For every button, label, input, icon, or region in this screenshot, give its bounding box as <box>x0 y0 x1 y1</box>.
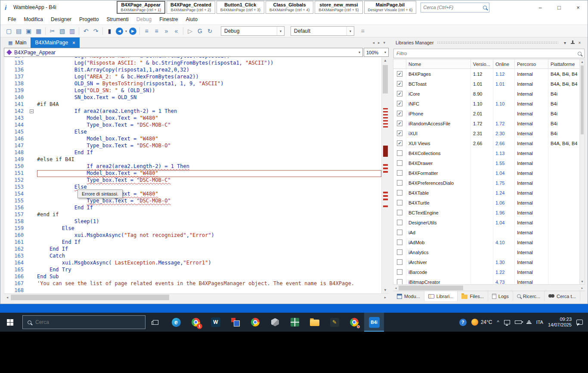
language-indicator[interactable]: ITA <box>536 320 543 325</box>
bookmark-icon[interactable]: ▮ <box>105 26 115 36</box>
menu-finestre[interactable]: Finestre <box>155 15 182 24</box>
library-checkbox[interactable]: ✓ <box>397 140 402 146</box>
library-checkbox[interactable] <box>397 200 402 205</box>
rebuild-icon[interactable]: ↻ <box>205 26 215 36</box>
scroll-down-icon[interactable]: ▼ <box>580 279 585 284</box>
code-line-136[interactable]: 136 Bit.ArrayCopy(risposta1,1,area2,0,32… <box>4 67 381 74</box>
library-row-iad[interactable]: iAdInternal <box>393 227 585 237</box>
edge-icon[interactable]: e <box>166 313 186 332</box>
new-file-icon[interactable]: ▢ <box>4 26 14 36</box>
splitter[interactable] <box>389 37 393 304</box>
close-panel-icon[interactable]: × <box>576 39 583 47</box>
scrollbar-thumb[interactable] <box>11 295 169 300</box>
code-line-163[interactable]: 163 Catch <box>4 253 381 260</box>
library-row-iphone[interactable]: ✓iPhone2.01InternalB4i <box>393 109 585 118</box>
zoom-combo[interactable]: 100% ▾ <box>364 48 389 57</box>
cl0ck[interactable]: 09:23 14/07/2025 <box>548 317 572 328</box>
library-checkbox[interactable] <box>397 269 402 275</box>
run-icon[interactable]: ▷ <box>185 26 195 36</box>
column-header-online[interactable]: Online <box>493 59 515 68</box>
filter-box[interactable] <box>393 49 585 58</box>
generate-members-icon[interactable]: G <box>195 26 205 36</box>
close-button[interactable]: × <box>569 0 588 14</box>
panel-menu-icon[interactable]: ▾ <box>561 39 569 47</box>
notes-app-icon[interactable]: ✎ <box>325 313 344 332</box>
scroll-left-icon[interactable]: ◂ <box>4 295 11 299</box>
column-header-name[interactable]: Nome <box>406 59 471 68</box>
shortcut-tab-5[interactable]: store_new_mmsiB4XMainPage (ctrl + 5) <box>315 1 362 14</box>
battery-icon[interactable] <box>515 320 522 324</box>
code-line-151[interactable]: 151 Model_box.Text = "W480" <box>4 170 381 177</box>
outdent-icon[interactable]: « <box>171 26 181 36</box>
column-header-ver[interactable]: Versio... <box>471 59 493 68</box>
library-checkbox[interactable] <box>397 249 402 255</box>
menu-modifica[interactable]: Modifica <box>20 15 47 24</box>
code-editor[interactable]: 134 Log("Risposta HEX: " & bc.HexFromByt… <box>4 57 389 293</box>
tab-list-icon[interactable]: ▾ <box>383 40 385 45</box>
doc-tab-b4xmainpage[interactable]: B4XMainPage× <box>31 37 79 48</box>
library-row-icore[interactable]: ✓iCore8.90InternalB4i <box>393 89 585 99</box>
filter-input[interactable] <box>396 51 578 56</box>
library-row-b4xformatter[interactable]: B4XFormatter1.04Internal <box>393 168 585 178</box>
chrome-secondary-icon[interactable] <box>245 313 265 332</box>
save-icon[interactable]: ▣ <box>24 26 34 36</box>
code-line-149[interactable]: 149#else if B4I <box>4 156 381 163</box>
editor-vertical-scrollbar[interactable]: ▲ ▼ <box>381 57 389 293</box>
library-row-ibarcode[interactable]: iBarcode1.22Internal <box>393 267 585 277</box>
code-line-144[interactable]: 144 Type_box.Text = "DSC-MOB-C" <box>4 122 381 129</box>
wifi-icon[interactable] <box>526 320 532 324</box>
designer-app-icon[interactable] <box>226 313 245 332</box>
library-checkbox[interactable] <box>397 210 402 215</box>
code-line-137[interactable]: 137 Log("AREA_2: " & bc.HexFromBytes(are… <box>4 74 381 81</box>
dock-tab-ricerc[interactable]: Ricerc... <box>513 291 545 301</box>
library-row-ibitmapcreator[interactable]: iBitmapCreator4.73Internal <box>393 277 585 285</box>
dock-tab-librari[interactable]: Librari... <box>424 291 458 301</box>
code-line-165[interactable]: 165 End Try <box>4 267 381 274</box>
scrollbar-thumb[interactable] <box>581 65 584 134</box>
code-line-142[interactable]: 142− If area2(area2.Length-2) = 1 Then <box>4 108 381 115</box>
b4i-app-icon[interactable]: B4i <box>364 313 384 332</box>
chevron-down-icon[interactable]: ▾ <box>125 29 127 33</box>
help-icon[interactable]: ? <box>459 319 467 326</box>
code-line-161[interactable]: 161 End If <box>4 239 381 246</box>
close-tab-icon[interactable]: × <box>72 40 75 45</box>
library-row-iarchiver[interactable]: iArchiver1.30Internal <box>393 257 585 267</box>
shortcut-tab-2[interactable]: B4XPage_CreatedB4XMainPage (ctrl + 2) <box>167 1 215 14</box>
library-row-b4xpages[interactable]: ✓B4XPages1.121.12InternalB4A, B4i, B4 <box>393 69 585 79</box>
task-view-button[interactable] <box>148 313 163 332</box>
library-checkbox[interactable]: ✓ <box>397 71 402 77</box>
navigate-forward-icon[interactable]: ▶ <box>129 28 136 35</box>
code-line-162[interactable]: 162 End If <box>4 246 381 253</box>
code-line-147[interactable]: 147 Type_box.Text = "DSC-MOB-O" <box>4 143 381 149</box>
menu-file[interactable]: File <box>4 15 20 24</box>
shortcut-tab-1[interactable]: B4XPage_AppearB4XMainPage (ctrl + 1) <box>117 1 165 14</box>
code-line-160[interactable]: 160 xui.MsgboxAsync("Tag not recognized"… <box>4 232 381 239</box>
library-row-b4xdrawer[interactable]: B4XDrawer1.55Internal <box>393 158 585 168</box>
navigate-back-icon[interactable]: ◀ <box>116 28 123 35</box>
cut-icon[interactable]: ✂ <box>47 26 57 36</box>
paste-icon[interactable]: ▥ <box>67 26 77 36</box>
library-row-bctoast[interactable]: ✓BCToast1.011.01InternalB4A, B4i, B4 <box>393 79 585 89</box>
hidden-icons-chevron[interactable]: ^ <box>497 320 499 325</box>
debug-mode-combo[interactable]: Debug ▾ <box>221 26 285 36</box>
scroll-tabs-right-icon[interactable]: ▸ <box>378 40 380 45</box>
editor-horizontal-scrollbar[interactable]: ◂ ▸ <box>4 293 389 301</box>
notification-center-icon[interactable] <box>576 320 583 325</box>
library-checkbox[interactable]: ✓ <box>397 81 402 87</box>
quick-search-box[interactable] <box>421 3 489 12</box>
code-line-156[interactable]: 156 End If <box>4 205 381 211</box>
code-line-146[interactable]: 146 Model_box.Text = "W480" <box>4 136 381 143</box>
scroll-left-icon[interactable]: ◂ <box>393 285 399 291</box>
library-checkbox[interactable]: ✓ <box>397 111 402 116</box>
library-row-b4xturtle[interactable]: B4XTurtle1.06Internal <box>393 198 585 208</box>
library-checkbox[interactable] <box>397 190 402 196</box>
shortcut-tab-6[interactable]: MainPage.bilDesigner Visuale (ctrl + 6) <box>364 1 417 14</box>
code-line-164[interactable]: 164 xui.MsgboxAsync( LastException.Messa… <box>4 260 381 267</box>
start-button[interactable] <box>0 313 20 332</box>
code-line-138[interactable]: 138 OLD_SN = BytesToString(risposta1, 1,… <box>4 81 381 87</box>
library-row-iadmob[interactable]: iAdMob4.10Internal <box>393 237 585 247</box>
library-checkbox[interactable] <box>397 230 402 235</box>
taskbar-search-input[interactable] <box>35 319 140 325</box>
code-line-154[interactable]: 154 Model_box.Text = "W480" <box>4 191 381 198</box>
code-line-153[interactable]: 153 Else <box>4 184 381 191</box>
